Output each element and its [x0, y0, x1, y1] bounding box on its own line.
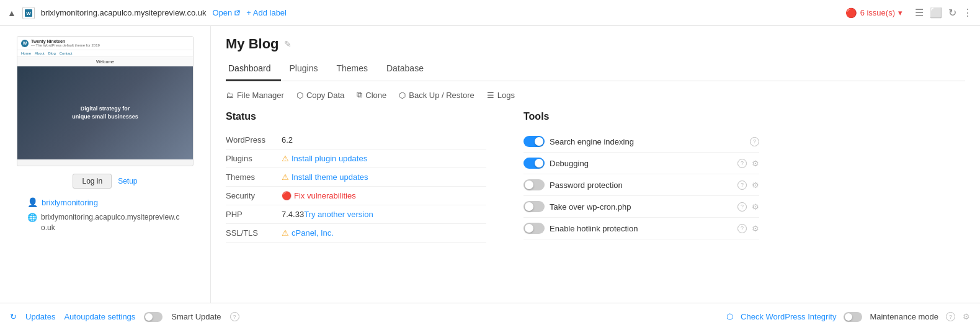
tool-row-password: Password protection ? ⚙ — [523, 174, 759, 196]
content-panel: My Blog ✎ Dashboard Plugins Themes Datab… — [211, 26, 980, 303]
status-row-themes: Themes ⚠ Install theme updates — [226, 168, 486, 187]
cron-toggle[interactable] — [523, 201, 545, 212]
search-engine-toggle[interactable] — [523, 136, 545, 147]
status-label-security: Security — [226, 191, 282, 200]
login-button[interactable]: Log in — [73, 174, 112, 189]
issues-badge[interactable]: 🔴 6 issue(s) ▾ — [845, 7, 902, 19]
username-link[interactable]: brixlymonitoring — [42, 198, 98, 207]
status-value-themes: ⚠ Install theme updates — [282, 172, 368, 182]
site-domain: brixlymonitoring.acapulco.mysitepreview.… — [41, 8, 207, 17]
more-icon[interactable]: ⋮ — [963, 7, 973, 19]
status-row-security: Security 🔴 Fix vulnerabilities — [226, 187, 486, 205]
tabs: Dashboard Plugins Themes Database — [226, 58, 965, 81]
preview-nav-about[interactable]: About — [35, 51, 45, 55]
user-icon: 👤 — [27, 197, 38, 207]
clone-icon: ⧉ — [357, 90, 362, 100]
top-bar-icons: ☰ ⬜ ↻ ⋮ — [915, 7, 973, 19]
top-bar: ▲ W brixlymonitoring.acapulco.mysiteprev… — [0, 0, 980, 26]
clone-action[interactable]: ⧉ Clone — [357, 90, 386, 100]
list-icon[interactable]: ☰ — [915, 7, 924, 19]
window-icon[interactable]: ⬜ — [930, 7, 942, 19]
status-row-plugins: Plugins ⚠ Install plugin updates — [226, 149, 486, 168]
preview-nav-home[interactable]: Home — [21, 51, 31, 55]
install-plugin-updates-link[interactable]: Install plugin updates — [292, 154, 367, 163]
svg-text:W: W — [26, 11, 31, 16]
site-user-row: 👤 brixlymonitoring — [27, 197, 98, 207]
copy-data-action[interactable]: ⬡ Copy Data — [296, 91, 344, 100]
status-label-php: PHP — [226, 210, 282, 219]
backup-icon: ⬡ — [399, 91, 406, 100]
password-label: Password protection — [550, 181, 733, 190]
bottom-right: ⬡ Check WordPress Integrity Maintenance … — [726, 312, 970, 322]
action-bar: 🗂 File Manager ⬡ Copy Data ⧉ Clone ⬡ Bac… — [226, 90, 965, 100]
install-theme-updates-link[interactable]: Install theme updates — [292, 172, 368, 182]
status-value-wordpress: 6.2 — [282, 135, 293, 145]
tool-row-cron: Take over wp-cron.php ? ⚙ — [523, 196, 759, 218]
debugging-label: Debugging — [550, 159, 733, 168]
preview-nav: Home About Blog Contact — [17, 50, 193, 57]
maintenance-help-icon[interactable]: ? — [946, 312, 955, 321]
status-title: Status — [226, 111, 486, 122]
backup-restore-action[interactable]: ⬡ Back Up / Restore — [399, 91, 474, 100]
debugging-toggle[interactable] — [523, 158, 545, 169]
debugging-settings-icon[interactable]: ⚙ — [752, 159, 759, 168]
cpanel-link[interactable]: cPanel, Inc. — [292, 228, 334, 238]
bottom-bar: ↻ Updates Autoupdate settings Smart Upda… — [0, 303, 980, 330]
autoupdate-settings-link[interactable]: Autoupdate settings — [64, 312, 135, 321]
preview-wp-icon: W — [21, 40, 29, 47]
site-name: My Blog — [226, 36, 279, 52]
hotlink-label: Enable hotlink protection — [550, 224, 733, 233]
status-label-ssl: SSL/TLS — [226, 228, 282, 238]
hotlink-settings-icon[interactable]: ⚙ — [752, 224, 759, 233]
updates-icon: ↻ — [10, 312, 17, 321]
preview-nav-blog[interactable]: Blog — [48, 51, 56, 55]
updates-link[interactable]: Updates — [25, 312, 55, 321]
add-label-button[interactable]: + Add label — [246, 8, 287, 17]
back-chevron[interactable]: ▲ — [7, 8, 16, 18]
smart-update-toggle[interactable] — [144, 312, 163, 322]
status-section: Status WordPress 6.2 Plugins ⚠ Install p… — [226, 111, 486, 303]
status-value-ssl: ⚠ cPanel, Inc. — [282, 228, 334, 238]
maintenance-settings-icon[interactable]: ⚙ — [963, 312, 970, 321]
site-url-text: brixlymonitoring.acapulco.mysitepreview.… — [41, 212, 165, 233]
preview-actions: Log in Setup — [73, 174, 137, 189]
edit-icon[interactable]: ✎ — [284, 39, 292, 49]
site-url-row: 🌐 brixlymonitoring.acapulco.mysiteprevie… — [27, 212, 165, 233]
tab-dashboard[interactable]: Dashboard — [226, 58, 281, 81]
fix-vulnerabilities-link[interactable]: Fix vulnerabilities — [294, 191, 356, 200]
password-settings-icon[interactable]: ⚙ — [752, 181, 759, 190]
file-manager-action[interactable]: 🗂 File Manager — [226, 91, 284, 100]
open-link[interactable]: Open — [212, 8, 240, 17]
tools-section: Tools Search engine indexing ? Debugging… — [523, 111, 759, 303]
logs-icon: ☰ — [487, 91, 494, 100]
cron-settings-icon[interactable]: ⚙ — [752, 202, 759, 212]
search-engine-help-icon[interactable]: ? — [750, 137, 759, 146]
copy-icon: ⬡ — [296, 91, 303, 100]
password-toggle[interactable] — [523, 179, 545, 190]
setup-button[interactable]: Setup — [118, 174, 137, 189]
logs-action[interactable]: ☰ Logs — [487, 91, 515, 100]
try-another-version-link[interactable]: Try another version — [304, 210, 373, 219]
maintenance-toggle[interactable] — [844, 312, 862, 322]
debugging-help-icon[interactable]: ? — [737, 159, 747, 168]
status-value-security: 🔴 Fix vulnerabilities — [282, 191, 356, 200]
warning-icon-plugins: ⚠ — [282, 154, 289, 163]
hotlink-toggle[interactable] — [523, 223, 545, 234]
smart-update-help-icon[interactable]: ? — [230, 312, 239, 321]
tab-themes[interactable]: Themes — [334, 58, 378, 81]
cron-help-icon[interactable]: ? — [737, 202, 747, 212]
password-help-icon[interactable]: ? — [737, 181, 747, 190]
logs-label: Logs — [497, 91, 515, 100]
status-label-themes: Themes — [226, 172, 282, 182]
refresh-icon[interactable]: ↻ — [948, 7, 956, 19]
two-col-layout: Status WordPress 6.2 Plugins ⚠ Install p… — [226, 111, 965, 303]
clone-label: Clone — [365, 91, 386, 100]
preview-nav-contact[interactable]: Contact — [60, 51, 73, 55]
issues-dot-icon: 🔴 — [845, 7, 857, 19]
tab-database[interactable]: Database — [384, 58, 434, 81]
hotlink-help-icon[interactable]: ? — [737, 224, 747, 233]
preview-site-subtitle: — The WordPress default theme for 2019 — [31, 43, 100, 47]
tab-plugins[interactable]: Plugins — [287, 58, 328, 81]
check-integrity-link[interactable]: Check WordPress Integrity — [741, 312, 836, 321]
status-row-ssl: SSL/TLS ⚠ cPanel, Inc. — [226, 224, 486, 243]
